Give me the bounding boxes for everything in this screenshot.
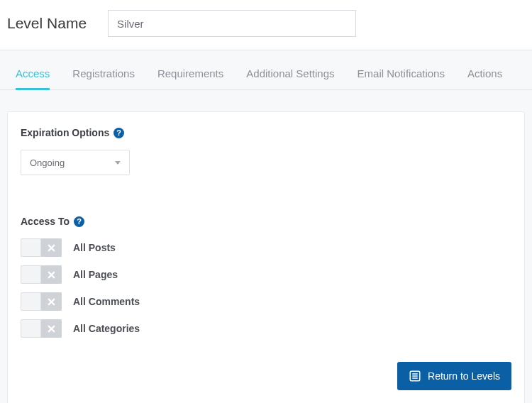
list-icon <box>409 370 421 382</box>
level-name-input[interactable] <box>108 10 356 37</box>
toggle-label: All Posts <box>73 242 116 253</box>
tab-email-notifications[interactable]: Email Notifications <box>358 67 445 89</box>
expiration-select[interactable]: Ongoing <box>21 150 130 175</box>
toggle-all-comments[interactable] <box>21 292 62 311</box>
toggle-label: All Comments <box>73 296 140 307</box>
toggle-knob <box>21 319 41 338</box>
expiration-select-value: Ongoing <box>30 158 65 168</box>
toggle-knob <box>21 265 41 284</box>
level-name-label: Level Name <box>7 15 87 32</box>
access-to-text: Access To <box>21 216 70 227</box>
expiration-options-label: Expiration Options ? <box>21 127 124 138</box>
tab-registrations[interactable]: Registrations <box>72 67 135 89</box>
chevron-down-icon <box>115 161 121 165</box>
tab-access[interactable]: Access <box>16 67 50 89</box>
close-icon <box>41 319 62 338</box>
return-to-levels-button[interactable]: Return to Levels <box>397 362 511 390</box>
close-icon <box>41 265 62 284</box>
toggle-knob <box>21 292 41 311</box>
access-item-all-categories: All Categories <box>21 319 511 338</box>
toggle-knob <box>21 238 41 257</box>
toggle-all-categories[interactable] <box>21 319 62 338</box>
close-icon <box>41 292 62 311</box>
toggle-all-pages[interactable] <box>21 265 62 284</box>
tab-bar: Access Registrations Requirements Additi… <box>0 67 532 90</box>
help-icon[interactable]: ? <box>74 216 84 227</box>
panel-footer: Return to Levels <box>21 362 511 390</box>
return-to-levels-label: Return to Levels <box>428 370 500 382</box>
close-icon <box>41 238 62 257</box>
toggle-label: All Categories <box>73 323 140 334</box>
expiration-options-text: Expiration Options <box>21 127 109 138</box>
access-item-all-posts: All Posts <box>21 238 511 257</box>
header-bar: Level Name <box>0 0 532 50</box>
tab-actions[interactable]: Actions <box>467 67 502 89</box>
toggle-label: All Pages <box>73 269 118 280</box>
access-panel: Expiration Options ? Ongoing Access To ?… <box>7 111 525 403</box>
toggle-all-posts[interactable] <box>21 238 62 257</box>
help-icon[interactable]: ? <box>113 128 124 138</box>
tab-requirements[interactable]: Requirements <box>157 67 223 89</box>
access-item-all-pages: All Pages <box>21 265 511 284</box>
access-to-label: Access To ? <box>21 216 84 227</box>
tab-additional-settings[interactable]: Additional Settings <box>246 67 334 89</box>
access-item-all-comments: All Comments <box>21 292 511 311</box>
